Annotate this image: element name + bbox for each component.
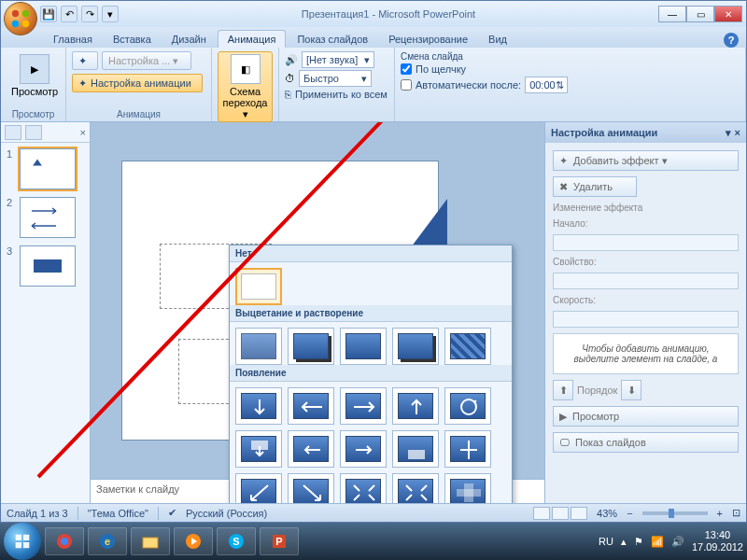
svg-point-16	[61, 538, 68, 545]
taskpane-dropdown-icon[interactable]: ▾	[726, 127, 731, 139]
transition-fade-5[interactable]	[444, 328, 491, 365]
transition-cover-left[interactable]	[288, 430, 334, 468]
slideshow-button[interactable]: 🖵Показ слайдов	[553, 432, 739, 453]
start-combo[interactable]	[553, 234, 739, 251]
custom-animation-label: Настройка анимации	[91, 77, 191, 89]
taskbar-chrome[interactable]	[45, 527, 84, 555]
close-button[interactable]: ✕	[714, 6, 742, 22]
transition-split-h[interactable]	[444, 430, 491, 468]
slide-thumb-2[interactable]: 2	[7, 197, 84, 238]
undo-icon[interactable]: ↶	[61, 6, 78, 22]
transition-uncover-dl[interactable]	[235, 473, 282, 503]
apply-to-all-button[interactable]: ⎘Применить ко всем	[285, 89, 388, 100]
transition-none[interactable]	[235, 268, 282, 305]
transition-cover-down[interactable]	[235, 430, 282, 468]
outline-tab[interactable]	[25, 125, 42, 140]
tab-review[interactable]: Рецензирование	[379, 31, 477, 48]
on-click-checkbox[interactable]: По щелчку	[401, 63, 466, 75]
tray-flag-icon[interactable]: ⚑	[634, 536, 643, 548]
normal-view-button[interactable]	[533, 507, 550, 520]
transition-push-right[interactable]	[340, 387, 387, 425]
transition-sound-combo[interactable]: [Нет звука]▾	[302, 51, 374, 68]
transition-fade-3[interactable]	[340, 328, 387, 365]
taskbar-skype[interactable]: S	[217, 527, 256, 555]
tray-network-icon[interactable]: 📶	[651, 536, 664, 548]
custom-animation-button[interactable]: ✦ Настройка анимации	[72, 74, 203, 92]
start-button[interactable]	[4, 523, 41, 560]
auto-after-time[interactable]: 00:00⇅	[525, 77, 568, 93]
slideshow-view-button[interactable]	[571, 507, 587, 520]
transition-speed-combo[interactable]: Быстро▾	[299, 70, 372, 87]
reorder-down-button[interactable]: ⬇	[621, 380, 641, 400]
office-button[interactable]	[4, 2, 37, 35]
animate-dropdown[interactable]: Настройка ... ▾	[102, 51, 191, 70]
slide-thumb-1[interactable]: 1	[7, 148, 84, 189]
transition-fade-4[interactable]	[392, 328, 439, 365]
transition-cover-right[interactable]	[340, 430, 387, 468]
taskbar-explorer[interactable]	[131, 527, 170, 555]
auto-after-checkbox[interactable]: Автоматически после: 00:00⇅	[401, 77, 568, 93]
redo-icon[interactable]: ↷	[81, 6, 98, 22]
minimize-button[interactable]: —	[658, 6, 686, 22]
transition-push-up[interactable]	[392, 387, 439, 425]
transition-fade-1[interactable]	[235, 328, 282, 365]
zoom-in-button[interactable]: +	[717, 508, 723, 519]
tray-up-icon[interactable]: ▴	[621, 536, 627, 548]
language-indicator[interactable]: Русский (Россия)	[186, 508, 267, 519]
transition-push-down[interactable]	[235, 387, 282, 425]
property-combo[interactable]	[553, 273, 739, 289]
tray-clock[interactable]: 13:40 17.09.2012	[692, 529, 743, 553]
play-button[interactable]: ▶Просмотр	[553, 406, 739, 427]
slides-tab[interactable]	[5, 125, 21, 140]
reorder-up-button[interactable]: ⬆	[553, 380, 573, 400]
spellcheck-icon[interactable]: ✔	[168, 507, 176, 519]
tab-insert[interactable]: Вставка	[104, 31, 161, 48]
tab-animations[interactable]: Анимация	[218, 30, 287, 48]
tray-lang[interactable]: RU	[599, 536, 613, 547]
panel-close-icon[interactable]: ×	[80, 127, 86, 138]
speed-combo[interactable]	[553, 311, 739, 328]
transition-fade-2[interactable]	[288, 328, 334, 365]
transition-plus[interactable]	[444, 473, 491, 503]
taskbar-powerpoint[interactable]: P	[260, 527, 299, 555]
transition-uncover-dr[interactable]	[288, 473, 334, 503]
ribbon: ▶ Просмотр Просмотр ✦ Настройка ... ▾ ✦ …	[1, 48, 746, 122]
maximize-button[interactable]: ▭	[686, 6, 714, 22]
svg-point-3	[22, 21, 29, 27]
qat-more-icon[interactable]: ▾	[102, 6, 119, 22]
fit-button[interactable]: ⊡	[732, 507, 740, 519]
save-icon[interactable]: 💾	[40, 6, 57, 22]
zoom-slider[interactable]	[642, 511, 708, 515]
slide-thumb-3[interactable]: 3	[7, 245, 84, 287]
taskbar-ie[interactable]: e	[88, 527, 127, 555]
tab-home[interactable]: Главная	[44, 31, 102, 48]
star-icon: ✦	[559, 155, 568, 167]
add-effect-button[interactable]: ✦Добавить эффект ▾	[553, 150, 739, 171]
taskbar-mediaplayer[interactable]	[174, 527, 213, 555]
tray-volume-icon[interactable]: 🔊	[671, 536, 684, 548]
transition-box-in[interactable]	[340, 473, 387, 503]
taskpane-close-icon[interactable]: ×	[735, 127, 740, 139]
modify-label: Изменение эффекта	[553, 203, 739, 213]
tab-view[interactable]: Вид	[479, 31, 516, 48]
tab-slideshow[interactable]: Показ слайдов	[288, 31, 377, 48]
svg-point-2	[12, 21, 19, 27]
transition-box-out[interactable]	[392, 473, 439, 503]
zoom-out-button[interactable]: −	[627, 508, 632, 519]
preview-button[interactable]: ▶ Просмотр	[7, 51, 63, 100]
zoom-percent[interactable]: 43%	[597, 508, 617, 519]
transition-cover-up[interactable]	[392, 430, 439, 468]
gallery-section-none: Нет	[230, 245, 512, 262]
advance-slide-title: Смена слайда	[401, 51, 463, 62]
remove-effect-button[interactable]: ✖Удалить	[553, 176, 637, 197]
help-icon[interactable]: ?	[724, 33, 739, 48]
animate-placeholder-icon[interactable]: ✦	[72, 51, 98, 70]
apply-all-icon: ⎘	[285, 89, 291, 100]
gallery-section-fade: Выцветание и растворение	[230, 305, 512, 322]
transition-circle[interactable]	[444, 387, 491, 425]
transition-push-left[interactable]	[288, 387, 334, 425]
svg-rect-8	[457, 489, 481, 497]
transition-scheme-button[interactable]: ◧ Схема перехода ▾	[218, 51, 273, 122]
tab-design[interactable]: Дизайн	[162, 31, 216, 48]
sorter-view-button[interactable]	[552, 507, 569, 520]
